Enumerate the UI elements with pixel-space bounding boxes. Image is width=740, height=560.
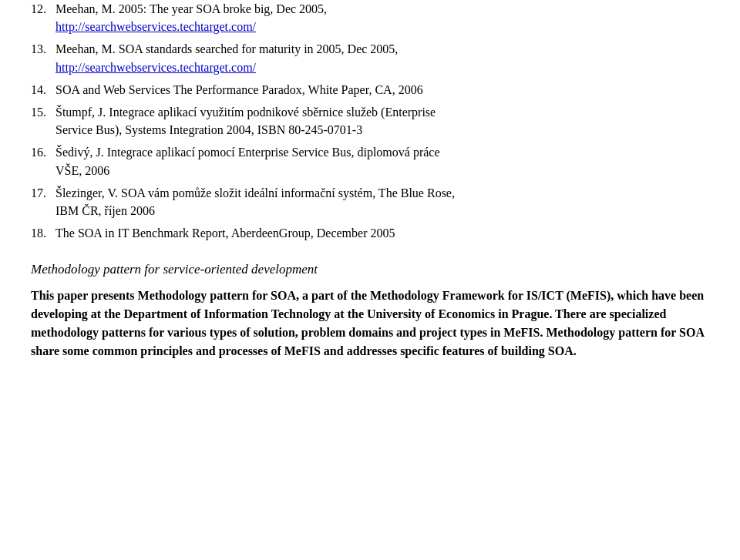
ref-text-15: Štumpf, J. Integrace aplikací využitím p… bbox=[56, 103, 709, 139]
ref-text-17: Šlezinger, V. SOA vám pomůže složit ideá… bbox=[56, 184, 709, 220]
ref-text-18: The SOA in IT Benchmark Report, Aberdeen… bbox=[56, 224, 709, 242]
ref-12-link[interactable]: http://searchwebservices.techtarget.com/ bbox=[56, 20, 256, 33]
reference-17: 17. Šlezinger, V. SOA vám pomůže složit … bbox=[31, 184, 709, 220]
ref-number-17: 17. bbox=[31, 184, 56, 220]
content-area: 12. Meehan, M. 2005: The year SOA broke … bbox=[31, 0, 709, 360]
ref-number-15: 15. bbox=[31, 103, 56, 139]
ref-16-line1: Šedivý, J. Integrace aplikací pomocí Ent… bbox=[56, 146, 440, 159]
section-title-text: Methodology pattern for service-oriented… bbox=[31, 262, 318, 277]
ref-13-line1: Meehan, M. SOA standards searched for ma… bbox=[56, 42, 398, 55]
ref-text-14: SOA and Web Services The Performance Par… bbox=[56, 81, 709, 99]
abstract-text: This paper presents Methodology pattern … bbox=[31, 287, 709, 360]
ref-number-14: 14. bbox=[31, 81, 56, 99]
ref-15-line2: Service Bus), Systems Integration 2004, … bbox=[56, 123, 362, 136]
ref-number-13: 13. bbox=[31, 40, 56, 75]
ref-text-16: Šedivý, J. Integrace aplikací pomocí Ent… bbox=[56, 143, 709, 179]
ref-12-line1: Meehan, M. 2005: The year SOA broke big,… bbox=[56, 2, 327, 15]
ref-17-line1: Šlezinger, V. SOA vám pomůže složit ideá… bbox=[56, 186, 455, 200]
reference-18: 18. The SOA in IT Benchmark Report, Aber… bbox=[31, 224, 709, 242]
ref-17-line2: IBM ČR, říjen 2006 bbox=[56, 204, 155, 217]
reference-16: 16. Šedivý, J. Integrace aplikací pomocí… bbox=[31, 143, 709, 179]
reference-13: 13. Meehan, M. SOA standards searched fo… bbox=[31, 40, 709, 75]
abstract-content: This paper presents Methodology pattern … bbox=[31, 289, 704, 357]
ref-14-line1: SOA and Web Services The Performance Par… bbox=[56, 83, 423, 96]
ref-number-12: 12. bbox=[31, 0, 56, 35]
ref-text-12: Meehan, M. 2005: The year SOA broke big,… bbox=[56, 0, 709, 35]
reference-14: 14. SOA and Web Services The Performance… bbox=[31, 81, 709, 99]
section-title: Methodology pattern for service-oriented… bbox=[31, 260, 709, 279]
ref-text-13: Meehan, M. SOA standards searched for ma… bbox=[56, 40, 709, 75]
ref-16-line2: VŠE, 2006 bbox=[56, 164, 109, 177]
ref-15-line1: Štumpf, J. Integrace aplikací využitím p… bbox=[56, 106, 436, 119]
ref-13-link[interactable]: http://searchwebservices.techtarget.com/ bbox=[56, 61, 256, 74]
ref-18-line1: The SOA in IT Benchmark Report, Aberdeen… bbox=[56, 226, 395, 240]
reference-15: 15. Štumpf, J. Integrace aplikací využit… bbox=[31, 103, 709, 139]
ref-number-16: 16. bbox=[31, 143, 56, 179]
ref-number-18: 18. bbox=[31, 224, 56, 242]
reference-12: 12. Meehan, M. 2005: The year SOA broke … bbox=[31, 0, 709, 35]
